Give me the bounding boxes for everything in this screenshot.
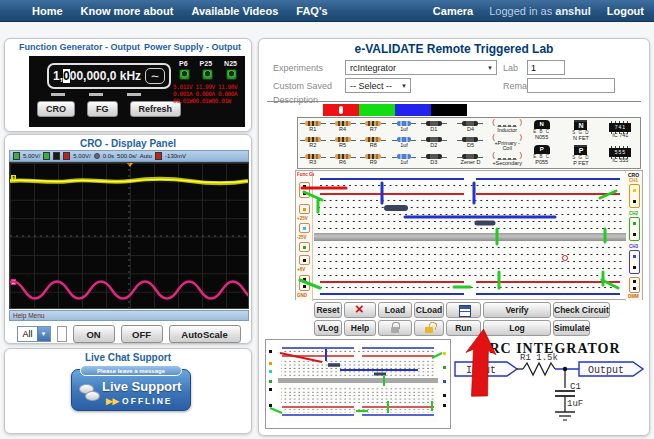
action-button[interactable]: Help bbox=[344, 320, 376, 336]
action-button[interactable] bbox=[414, 320, 444, 336]
ch3-marker-icon bbox=[53, 152, 60, 160]
fg-button[interactable]: FG bbox=[87, 101, 118, 117]
tray-component[interactable]: R7 bbox=[357, 118, 389, 135]
off-button[interactable]: OFF bbox=[121, 325, 163, 343]
tray-ic[interactable]: 555IC 555 bbox=[609, 148, 631, 164]
tray-component[interactable]: R5 bbox=[328, 135, 358, 152]
component-icon bbox=[497, 153, 517, 160]
wire-color-palette bbox=[323, 104, 467, 116]
tray-component[interactable]: 1uf bbox=[389, 118, 419, 135]
tray-component[interactable]: R2 bbox=[298, 135, 328, 152]
channel-select[interactable]: All ▼ bbox=[17, 326, 50, 342]
sine-wave-icon: ∼ bbox=[145, 68, 165, 84]
nav-link[interactable]: Available Videos bbox=[191, 5, 278, 17]
action-button[interactable]: Simulate bbox=[553, 320, 590, 336]
tray-component[interactable]: D5 bbox=[449, 135, 493, 152]
action-button[interactable] bbox=[344, 302, 376, 318]
wire-color-red[interactable] bbox=[323, 104, 359, 116]
component-icon bbox=[462, 137, 478, 142]
ps-button-p6[interactable] bbox=[179, 69, 190, 80]
on-button[interactable]: ON bbox=[73, 325, 115, 343]
tray-component[interactable]: +Primary - Coil bbox=[492, 135, 522, 152]
action-button[interactable]: Verify bbox=[483, 302, 551, 318]
offline-status: ▶▶OFFLINE bbox=[106, 396, 172, 406]
live-support-badge[interactable]: Please leave a message Live Support ▶▶OF… bbox=[71, 369, 191, 411]
component-icon bbox=[462, 121, 478, 126]
custom-saved-select[interactable]: -- Select -- ▼ bbox=[345, 78, 411, 93]
breadboard-grid[interactable] bbox=[314, 173, 626, 299]
component-icon bbox=[365, 121, 381, 126]
tray-component[interactable]: R8 bbox=[357, 135, 389, 152]
action-button[interactable]: Reset bbox=[314, 302, 342, 318]
tray-component[interactable]: 1uf bbox=[389, 135, 419, 152]
ps-button-n25[interactable] bbox=[226, 69, 237, 80]
logout-link[interactable]: Logout bbox=[607, 5, 644, 17]
action-button[interactable]: CLoad bbox=[414, 302, 444, 318]
experiment-select[interactable]: rcIntegrator ▼ bbox=[345, 60, 497, 75]
component-icon bbox=[426, 154, 442, 159]
ps-channel-label: P6 bbox=[179, 60, 188, 67]
custom-saved-label: Custom Saved bbox=[273, 81, 332, 91]
nav-links: HomeKnow more aboutAvailable VideosFAQ's bbox=[32, 5, 328, 17]
tray-component[interactable]: D2 bbox=[419, 135, 449, 152]
wire-color-black[interactable] bbox=[431, 104, 467, 116]
component-icon bbox=[497, 135, 517, 140]
fg-button[interactable]: CRO bbox=[37, 101, 75, 117]
tray-component[interactable]: R3 bbox=[298, 152, 328, 169]
function-generator-panel: Function Generator - Output Power Supply… bbox=[4, 38, 252, 132]
leave-message-pill: Please leave a message bbox=[80, 365, 182, 376]
ic-chip-icon: 555 bbox=[609, 148, 631, 157]
component-tray: R1R4R71ufD1D4Inductor R2R5R81ufD2D5+Prim… bbox=[297, 117, 641, 169]
ch1-marker-icon bbox=[13, 152, 20, 160]
fet-icon: P bbox=[574, 145, 587, 155]
ps-button-p25[interactable] bbox=[202, 69, 213, 80]
double-arrow-icon: ▶▶ bbox=[106, 396, 119, 406]
digit-cursor: 0 bbox=[63, 69, 70, 83]
tray-fet[interactable]: PS G DP FET bbox=[572, 145, 589, 167]
component-icon bbox=[305, 121, 321, 126]
scope-screen: 1 2 bbox=[9, 162, 249, 309]
tray-component[interactable]: D3 bbox=[419, 152, 449, 169]
component-icon bbox=[397, 154, 411, 159]
nav-link[interactable]: Home bbox=[32, 5, 63, 17]
page: HomeKnow more aboutAvailable VideosFAQ's… bbox=[0, 0, 654, 439]
trigger-marker-icon bbox=[155, 152, 162, 160]
action-button[interactable]: VLog bbox=[314, 320, 342, 336]
tray-component[interactable]: R1 bbox=[298, 118, 328, 135]
tray-component[interactable]: R9 bbox=[357, 152, 389, 169]
tray-component[interactable]: R6 bbox=[328, 152, 358, 169]
autoscale-button[interactable]: AutoScale bbox=[169, 325, 241, 343]
action-button[interactable]: Load bbox=[378, 302, 412, 318]
tray-ic[interactable]: 741IC 741 bbox=[609, 123, 631, 139]
component-icon bbox=[305, 137, 321, 142]
tray-component[interactable]: Inductor bbox=[492, 118, 522, 135]
component-icon bbox=[426, 121, 442, 126]
action-button[interactable] bbox=[446, 302, 481, 318]
action-button[interactable]: Check Circuit bbox=[553, 302, 610, 318]
channel-value-input[interactable] bbox=[57, 326, 67, 342]
component-icon bbox=[305, 154, 321, 159]
nav-link[interactable]: FAQ's bbox=[296, 5, 327, 17]
breadboard[interactable]: Func Gen +25V -25V +6V GND CRO CH1 CH2 C… bbox=[295, 170, 643, 300]
tray-component[interactable]: D1 bbox=[419, 118, 449, 135]
remark-input[interactable] bbox=[527, 78, 615, 93]
wire-color-blue[interactable] bbox=[395, 104, 431, 116]
action-button[interactable] bbox=[378, 320, 412, 336]
help-menu-bar[interactable]: Help Menu bbox=[9, 310, 249, 321]
tray-component[interactable]: Zener D bbox=[449, 152, 493, 169]
tray-component[interactable]: +Secondary bbox=[492, 152, 522, 169]
tray-fet[interactable]: NS G DN FET bbox=[572, 120, 589, 142]
tray-component[interactable]: R4 bbox=[328, 118, 358, 135]
tray-transistor[interactable]: PE B CP055 bbox=[533, 145, 550, 166]
nav-link[interactable]: Know more about bbox=[81, 5, 174, 17]
camera-link[interactable]: Camera bbox=[433, 5, 473, 17]
wire-color-green[interactable] bbox=[359, 104, 395, 116]
tray-component[interactable]: 1uf bbox=[389, 152, 419, 169]
tray-transistor[interactable]: NE B CN055 bbox=[533, 120, 550, 141]
lab-input[interactable] bbox=[527, 60, 565, 75]
component-icon bbox=[497, 120, 517, 127]
chevron-down-icon: ▼ bbox=[37, 327, 50, 341]
tray-component[interactable]: D4 bbox=[449, 118, 493, 135]
transistor-icon: P bbox=[534, 145, 550, 154]
frequency-display: 1,000,000,0 kHz ∼ bbox=[47, 63, 171, 89]
